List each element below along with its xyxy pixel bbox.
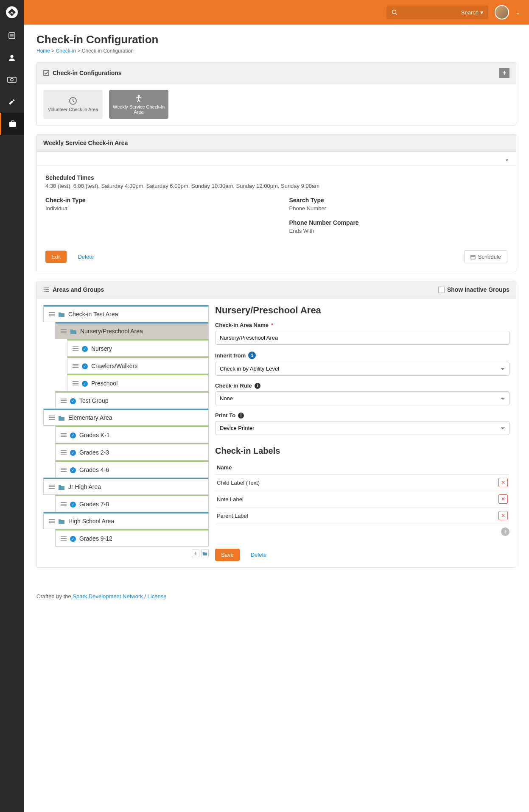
tree-label: Grades 9-12	[79, 535, 112, 542]
configurations-panel: Check-in Configurations + Volunteer Chec…	[36, 62, 516, 126]
drag-handle-icon[interactable]	[61, 536, 67, 541]
drag-handle-icon[interactable]	[61, 450, 67, 455]
groups-panel: Areas and Groups Show Inactive Groups Ch…	[36, 281, 516, 568]
svg-rect-48	[61, 450, 67, 451]
scheduled-label: Scheduled Times	[45, 174, 507, 181]
search-box[interactable]: Search ▾	[386, 6, 488, 19]
nav-item-1[interactable]	[0, 25, 24, 47]
drag-handle-icon[interactable]	[73, 346, 78, 351]
checkbox[interactable]	[438, 287, 445, 293]
tree-row[interactable]: High School Area	[44, 512, 208, 529]
footer-network-link[interactable]: Spark Development Network	[73, 593, 143, 600]
calendar-icon	[470, 254, 476, 260]
delete-label-button[interactable]: ✕	[498, 511, 508, 520]
delete-label-button[interactable]: ✕	[498, 478, 508, 487]
schedule-button[interactable]: Schedule	[464, 250, 507, 263]
drag-handle-icon[interactable]	[61, 329, 67, 334]
footer-license-link[interactable]: License	[148, 593, 167, 600]
svg-rect-33	[73, 364, 78, 365]
config-tile-volunteer[interactable]: Volunteer Check-in Area	[43, 90, 103, 119]
drag-handle-icon[interactable]	[73, 363, 78, 368]
tree-row[interactable]: ✓Test Group	[56, 391, 208, 408]
phone-compare-value: Ends With	[289, 228, 508, 234]
add-label-button[interactable]: +	[501, 527, 509, 536]
tree-row[interactable]: ✓Grades 4-6	[56, 460, 208, 477]
tree-label: Nursery/Preschool Area	[80, 328, 143, 335]
folder-icon	[58, 484, 65, 490]
drag-handle-icon[interactable]	[61, 398, 67, 403]
svg-rect-62	[49, 522, 55, 523]
avatar[interactable]	[495, 5, 509, 20]
svg-line-10	[396, 14, 397, 15]
labels-table: Name Child Label (Text)✕Note Label✕Paren…	[215, 461, 509, 524]
delete-button[interactable]: Delete	[245, 549, 273, 561]
drag-handle-icon[interactable]	[61, 467, 67, 472]
tree-row[interactable]: ✓Grades 2-3	[56, 443, 208, 460]
breadcrumb-checkin[interactable]: Check-in	[56, 48, 76, 54]
rule-select[interactable]: None	[215, 391, 509, 405]
add-area-button[interactable]: +	[192, 550, 199, 557]
drag-handle-icon[interactable]	[49, 519, 55, 524]
svg-rect-59	[61, 505, 67, 506]
tree-row[interactable]: Jr High Area	[44, 478, 208, 494]
info-icon[interactable]: i	[238, 413, 244, 419]
breadcrumb: Home > Check-in > Check-in Configuration	[36, 48, 516, 54]
drag-handle-icon[interactable]	[73, 381, 78, 386]
chevron-down-icon[interactable]: ⌄	[515, 9, 521, 16]
area-panel: Weekly Service Check-in Area ⌄ Scheduled…	[36, 134, 516, 272]
name-label: Check-in Area Name *	[215, 322, 509, 328]
tree-row[interactable]: ✓Nursery	[67, 339, 208, 356]
logo[interactable]	[0, 0, 24, 25]
tree-row[interactable]: ✓Crawlers/Walkers	[67, 357, 208, 374]
form-title: Nursery/Preschool Area	[215, 305, 509, 316]
drag-handle-icon[interactable]	[61, 502, 67, 507]
tree-row[interactable]: ✓Grades 7-8	[56, 495, 208, 512]
tree-label: Nursery	[91, 345, 112, 352]
delete-button[interactable]: Delete	[72, 251, 100, 263]
add-config-button[interactable]: +	[499, 68, 509, 78]
search-type-label: Search Type	[289, 197, 508, 204]
tree-label: Grades 2-3	[79, 449, 109, 456]
tree-row[interactable]: ✓Preschool	[67, 374, 208, 391]
inherit-select[interactable]: Check in by Ability Level	[215, 362, 509, 376]
print-select[interactable]: Device Printer	[215, 421, 509, 435]
edit-button[interactable]: Edit	[45, 251, 67, 263]
label-name: Child Label (Text)	[215, 474, 497, 491]
drag-handle-icon[interactable]	[49, 484, 55, 489]
nav-briefcase-icon[interactable]	[0, 113, 24, 135]
svg-rect-26	[49, 315, 55, 316]
save-button[interactable]: Save	[215, 549, 240, 561]
chevron-down-icon: ⌄	[504, 155, 509, 162]
name-input[interactable]	[215, 331, 509, 345]
nav-wrench-icon[interactable]	[0, 91, 24, 113]
label-row: Child Label (Text)✕	[215, 474, 509, 491]
tree-row[interactable]: Nursery/Preschool Area	[56, 322, 208, 339]
tree-row[interactable]: ✓Grades K-1	[56, 426, 208, 443]
drag-handle-icon[interactable]	[49, 415, 55, 420]
chevron-down-icon: ▾	[480, 9, 483, 16]
tree-label: Grades K-1	[79, 432, 110, 438]
tree-row[interactable]: Elementary Area	[44, 409, 208, 425]
nav-person-icon[interactable]	[0, 47, 24, 69]
config-tile-weekly[interactable]: Weekly Service Check-in Area	[109, 90, 168, 119]
area-header: Weekly Service Check-in Area	[37, 134, 516, 152]
drag-handle-icon[interactable]	[49, 312, 55, 317]
show-inactive-label: Show Inactive Groups	[447, 286, 509, 293]
breadcrumb-home[interactable]: Home	[36, 48, 50, 54]
show-inactive-toggle[interactable]: Show Inactive Groups	[438, 286, 509, 293]
info-icon[interactable]: i	[255, 383, 260, 389]
delete-label-button[interactable]: ✕	[498, 494, 508, 504]
tree-row[interactable]: Check-in Test Area	[44, 305, 208, 322]
collapse-toggle[interactable]: ⌄	[37, 152, 516, 166]
check-icon: ✓	[70, 449, 76, 456]
folder-icon	[70, 329, 77, 334]
add-folder-button[interactable]	[201, 550, 209, 557]
nav-money-icon[interactable]	[0, 69, 24, 91]
groups-header-row: Areas and Groups Show Inactive Groups	[37, 281, 516, 299]
search-type-value: Phone Number	[289, 205, 508, 212]
drag-handle-icon[interactable]	[61, 433, 67, 438]
svg-rect-8	[9, 122, 16, 127]
tree-row[interactable]: ✓Grades 9-12	[56, 529, 208, 546]
svg-rect-65	[61, 540, 67, 541]
svg-rect-11	[44, 70, 49, 75]
